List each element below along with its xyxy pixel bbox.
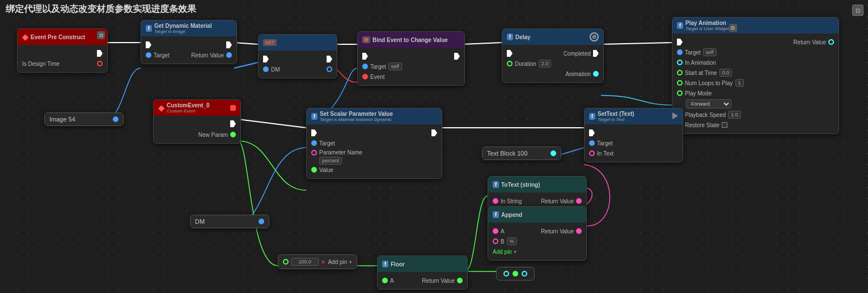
exec-in-pin[interactable] bbox=[507, 50, 513, 57]
b-value[interactable]: % bbox=[507, 237, 517, 245]
playback-speed-label: Playback Speed bbox=[685, 112, 726, 118]
new-param-pin[interactable] bbox=[230, 132, 236, 137]
dot1[interactable] bbox=[503, 271, 509, 277]
return-value-pin[interactable] bbox=[576, 198, 582, 204]
in-string-pin[interactable] bbox=[493, 198, 498, 204]
restore-state-checkbox[interactable] bbox=[722, 122, 727, 128]
minimize-button[interactable]: ⊡ bbox=[852, 5, 863, 16]
dm-header: DM bbox=[190, 215, 269, 228]
target-return-row: Target Return Value bbox=[143, 50, 234, 60]
blueprint-canvas[interactable]: 绑定代理以及动态改变材质参数实现进度条效果 bbox=[0, 0, 868, 293]
speed-value[interactable]: 1.0 bbox=[728, 111, 741, 119]
value-100-header: 100.0 ✕ Add pin + bbox=[278, 255, 357, 269]
floor-return-pin[interactable] bbox=[457, 278, 463, 283]
target-pin[interactable] bbox=[589, 140, 595, 146]
return-value-pin[interactable] bbox=[226, 52, 232, 58]
exec-out-pin[interactable] bbox=[431, 129, 437, 136]
func-icon: f bbox=[507, 34, 513, 40]
text-block-header: Text Block 100 bbox=[482, 147, 561, 160]
exec-out-pin[interactable] bbox=[454, 53, 460, 60]
b-pin[interactable] bbox=[493, 238, 498, 244]
floor-return-label: Return Value bbox=[422, 278, 455, 284]
add-pin-label[interactable]: Add pin + bbox=[328, 259, 352, 265]
close-icon[interactable]: ✕ bbox=[321, 259, 325, 265]
exec-out-pin[interactable] bbox=[226, 41, 232, 48]
set-text-header: f SetText (Text) Target is Text bbox=[585, 108, 683, 124]
dm-node: DM bbox=[190, 215, 269, 228]
exec-out-row bbox=[156, 119, 238, 129]
exec-out-pin[interactable] bbox=[327, 56, 332, 62]
dot3[interactable] bbox=[522, 271, 527, 277]
percent-value[interactable]: percent bbox=[319, 157, 342, 165]
target-row: Target bbox=[309, 138, 439, 148]
duration-value[interactable]: 2.0 bbox=[539, 60, 552, 68]
a-pin[interactable] bbox=[493, 228, 498, 234]
target-pin[interactable] bbox=[311, 140, 317, 146]
corner-icon: ⊡ bbox=[729, 24, 737, 32]
exec-row bbox=[360, 51, 462, 61]
floor-title: Floor bbox=[391, 261, 405, 267]
forward-dropdown-row: Forward bbox=[675, 98, 836, 110]
target-label: Target bbox=[154, 52, 170, 58]
start-at-time-pin[interactable] bbox=[677, 70, 683, 76]
image-54-pin[interactable] bbox=[113, 116, 118, 122]
floor-a-pin[interactable] bbox=[382, 278, 388, 283]
exec-out-pin[interactable] bbox=[230, 120, 236, 127]
dm-label: DM bbox=[271, 66, 280, 73]
set-icon: SET bbox=[263, 39, 277, 46]
dm-out-pin[interactable] bbox=[259, 219, 264, 224]
set-header: SET bbox=[259, 35, 337, 51]
in-animation-pin[interactable] bbox=[677, 60, 683, 65]
value-display[interactable]: 100.0 bbox=[291, 258, 319, 266]
value-in-pin[interactable] bbox=[283, 259, 289, 265]
return-value-pin[interactable] bbox=[576, 228, 582, 234]
exec-in-pin[interactable] bbox=[146, 41, 151, 48]
get-dynamic-material-node: f Get Dynamic Material Target is Image T… bbox=[141, 20, 237, 64]
value-pin[interactable] bbox=[311, 167, 317, 173]
event-row: Event bbox=[360, 72, 462, 82]
return-value-pin[interactable] bbox=[828, 39, 834, 45]
dots-node bbox=[496, 267, 535, 281]
new-param-row: New Param bbox=[156, 129, 238, 140]
in-text-pin[interactable] bbox=[589, 150, 595, 156]
a-label: A bbox=[501, 228, 505, 235]
floor-body: A Return Value bbox=[378, 272, 467, 289]
dm-in-pin[interactable] bbox=[263, 66, 269, 72]
exec-in-pin[interactable] bbox=[263, 56, 269, 62]
custom-event-node: ◆ CustomEvent_0 Custom Event New Param bbox=[153, 99, 241, 144]
exec-in-pin[interactable] bbox=[362, 53, 368, 60]
custom-event-title: CustomEvent_0 bbox=[167, 102, 210, 108]
target-pin[interactable] bbox=[146, 52, 151, 58]
play-mode-pin[interactable] bbox=[677, 90, 683, 96]
target-pin[interactable] bbox=[677, 49, 683, 55]
get-dynamic-material-title: Get Dynamic Material bbox=[154, 23, 212, 29]
num-loops-row: Num Loops to Play 1 bbox=[675, 78, 836, 88]
loops-value[interactable]: 1 bbox=[735, 79, 744, 87]
forward-dropdown[interactable]: Forward bbox=[686, 99, 731, 108]
value-row: Value bbox=[309, 165, 439, 175]
exec-in-pin[interactable] bbox=[677, 39, 683, 45]
in-string-label: In String bbox=[501, 198, 522, 204]
event-pin[interactable] bbox=[362, 74, 368, 79]
animation-pin[interactable] bbox=[593, 71, 599, 77]
exec-in-pin[interactable] bbox=[589, 129, 595, 136]
target-pin[interactable] bbox=[362, 64, 368, 69]
custom-event-icon: ◆ bbox=[158, 103, 164, 112]
num-loops-pin[interactable] bbox=[677, 80, 683, 86]
play-animation-title: Play Animation bbox=[685, 20, 729, 26]
start-at-value[interactable]: 0.0 bbox=[719, 69, 732, 77]
dm-out-pin[interactable] bbox=[327, 66, 332, 72]
completed-pin[interactable] bbox=[593, 50, 599, 57]
append-body: A Return Value B % Add pin + bbox=[488, 223, 586, 260]
image-54-node: Image 54 bbox=[44, 112, 124, 126]
exec-out-pin[interactable] bbox=[97, 50, 103, 57]
page-title: 绑定代理以及动态改变材质参数实现进度条效果 bbox=[6, 3, 196, 15]
dot2[interactable] bbox=[513, 271, 518, 277]
duration-pin[interactable] bbox=[507, 61, 513, 66]
add-pin-btn[interactable]: Add pin + bbox=[493, 249, 517, 255]
exec-in-pin[interactable] bbox=[311, 129, 317, 136]
is-design-time-pin[interactable] bbox=[97, 61, 103, 66]
param-name-pin[interactable] bbox=[311, 150, 317, 156]
text-block-pin[interactable] bbox=[551, 150, 556, 156]
delay-title: Delay bbox=[515, 34, 531, 40]
